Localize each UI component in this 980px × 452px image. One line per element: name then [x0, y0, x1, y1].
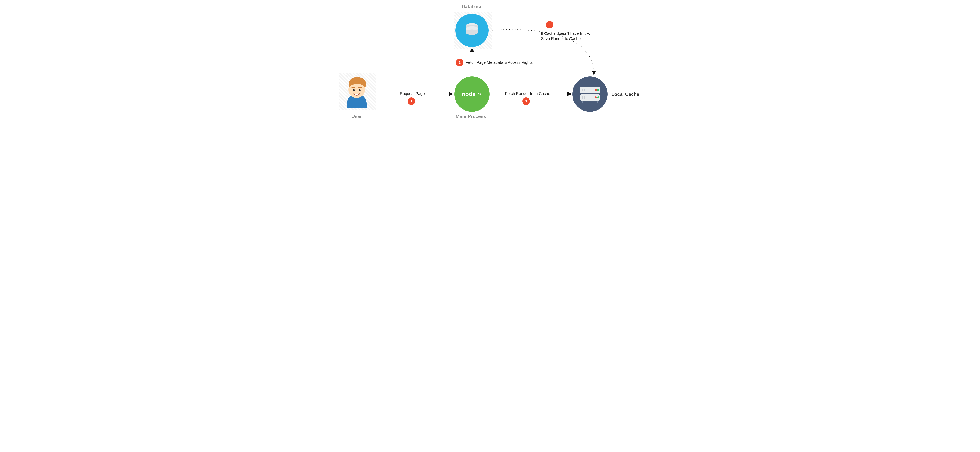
svg-point-16	[595, 97, 597, 99]
step-2-badge: 2	[456, 59, 463, 66]
database-label: Database	[461, 4, 482, 10]
step-4-badge: 4	[546, 21, 553, 29]
step-3-badge: 3	[522, 97, 530, 105]
user-label: User	[352, 114, 362, 119]
user-node	[343, 75, 371, 109]
main-process-label: Main Process	[456, 114, 486, 119]
step-4-line1: If Cache doesn't have Entry:	[541, 31, 590, 35]
diagram-canvas: Database User node JS Main Process	[337, 0, 643, 133]
svg-rect-11	[584, 89, 585, 91]
step-1-badge: 1	[408, 97, 415, 105]
step-4-label: If Cache doesn't have Entry: Save Render…	[541, 31, 600, 41]
svg-rect-6	[352, 88, 355, 88]
svg-point-5	[359, 89, 361, 91]
svg-point-4	[353, 89, 355, 91]
svg-rect-10	[582, 89, 583, 91]
nodejs-logo: node JS	[462, 91, 482, 97]
svg-rect-12	[582, 96, 583, 99]
database-icon	[463, 22, 481, 39]
svg-point-14	[595, 89, 597, 91]
step-2-label: Fetch Page Metadata & Access Rights	[466, 60, 533, 65]
step-1-label: Request Page	[400, 91, 425, 96]
svg-point-2	[466, 30, 478, 34]
nodejs-hex-icon: JS	[477, 92, 482, 97]
svg-rect-19	[597, 101, 598, 103]
svg-rect-18	[582, 101, 583, 103]
step-4-line2: Save Render to Cache	[541, 37, 581, 41]
svg-rect-13	[584, 96, 585, 99]
database-node	[455, 14, 488, 47]
step-3-label: Fetch Render from Cache	[505, 91, 550, 96]
svg-point-17	[597, 97, 599, 99]
svg-rect-7	[358, 88, 362, 88]
user-avatar-icon	[343, 75, 371, 108]
nodejs-text: node	[462, 91, 476, 97]
local-cache-node	[572, 76, 608, 112]
main-process-node: node JS	[454, 76, 490, 112]
local-cache-label: Local Cache	[611, 92, 639, 97]
server-icon	[579, 85, 601, 103]
svg-point-15	[597, 89, 599, 91]
